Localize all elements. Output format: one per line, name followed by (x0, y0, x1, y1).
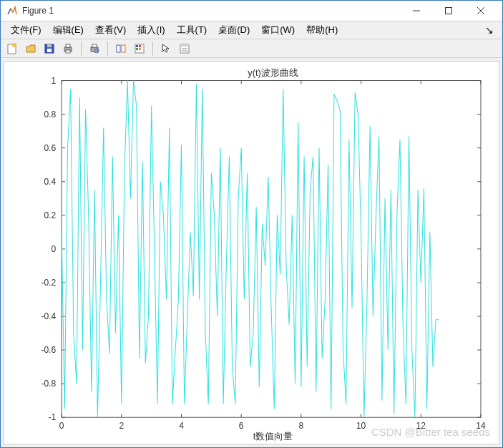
svg-text:12: 12 (416, 421, 426, 431)
minimize-button[interactable] (400, 1, 432, 21)
svg-rect-16 (122, 45, 125, 52)
svg-text:1: 1 (51, 76, 56, 86)
svg-rect-23 (180, 44, 189, 47)
axes: -1-0.8-0.6-0.4-0.200.20.40.60.81 0246810… (41, 76, 486, 432)
svg-rect-8 (47, 44, 52, 47)
svg-text:-0.4: -0.4 (41, 311, 56, 321)
titlebar: Figure 1 (1, 1, 502, 21)
menubar: 文件(F) 编辑(E) 查看(V) 插入(I) 工具(T) 桌面(D) 窗口(W… (1, 21, 502, 39)
window-controls (400, 1, 497, 21)
svg-text:0: 0 (51, 244, 56, 254)
open-icon[interactable] (22, 40, 39, 57)
link-icon[interactable] (112, 40, 130, 57)
menu-help[interactable]: 帮助(H) (301, 21, 343, 39)
matlab-icon (6, 5, 18, 16)
svg-text:-0.8: -0.8 (41, 379, 56, 389)
svg-text:-0.6: -0.6 (41, 345, 56, 355)
svg-text:0.2: 0.2 (44, 210, 56, 220)
insert-icon[interactable] (176, 40, 193, 57)
svg-rect-21 (139, 48, 141, 50)
svg-text:8: 8 (299, 421, 304, 431)
svg-rect-10 (66, 44, 70, 47)
svg-text:6: 6 (239, 421, 244, 431)
menu-insert[interactable]: 插入(I) (132, 21, 170, 39)
print-preview-icon[interactable] (86, 40, 103, 57)
separator (81, 42, 82, 56)
x-axis-label: t数值向量 (253, 431, 293, 442)
svg-text:0: 0 (59, 421, 64, 431)
pointer-icon[interactable] (157, 40, 175, 57)
toolbar (1, 39, 502, 58)
print-icon[interactable] (59, 40, 77, 57)
menu-tools[interactable]: 工具(T) (171, 21, 213, 39)
dock-arrow-icon[interactable]: ↘ (481, 24, 498, 36)
menu-window[interactable]: 窗口(W) (255, 21, 301, 39)
svg-point-5 (12, 43, 16, 47)
svg-rect-11 (66, 50, 70, 53)
svg-rect-1 (445, 8, 451, 14)
svg-rect-7 (47, 49, 52, 52)
plot-area: y(t)波形曲线 -1-0.8-0.6-0.4-0.200.20.40.60.8… (1, 58, 502, 447)
svg-rect-20 (136, 48, 138, 50)
menu-desktop[interactable]: 桌面(D) (213, 21, 255, 39)
svg-text:0.8: 0.8 (44, 109, 56, 120)
svg-rect-13 (92, 44, 97, 47)
svg-text:0.6: 0.6 (44, 143, 56, 153)
figure-window: Figure 1 文件(F) 编辑(E) 查看(V) 插入(I) 工具(T) 桌… (0, 0, 503, 448)
menu-file[interactable]: 文件(F) (5, 21, 47, 39)
svg-rect-15 (117, 45, 120, 52)
separator (152, 42, 153, 56)
separator (107, 42, 108, 56)
maximize-button[interactable] (432, 1, 464, 21)
svg-text:2: 2 (119, 421, 124, 431)
menu-edit[interactable]: 编辑(E) (47, 21, 89, 39)
svg-text:0.4: 0.4 (44, 177, 56, 187)
chart: y(t)波形曲线 -1-0.8-0.6-0.4-0.200.20.40.60.8… (4, 62, 499, 444)
new-figure-icon[interactable] (4, 40, 21, 57)
colorbar-icon[interactable] (131, 40, 148, 57)
svg-rect-18 (136, 45, 138, 47)
save-icon[interactable] (41, 40, 58, 57)
chart-title: y(t)波形曲线 (248, 67, 298, 78)
menu-view[interactable]: 查看(V) (89, 21, 132, 39)
plot-canvas[interactable]: y(t)波形曲线 -1-0.8-0.6-0.4-0.200.20.40.60.8… (4, 61, 499, 444)
svg-text:14: 14 (476, 421, 486, 431)
svg-rect-26 (62, 81, 481, 418)
svg-text:4: 4 (179, 421, 184, 431)
svg-rect-19 (139, 45, 141, 47)
window-title: Figure 1 (22, 6, 400, 16)
svg-text:10: 10 (356, 421, 366, 431)
svg-text:-0.2: -0.2 (41, 278, 56, 288)
svg-text:-1: -1 (48, 412, 56, 422)
close-button[interactable] (464, 1, 497, 21)
